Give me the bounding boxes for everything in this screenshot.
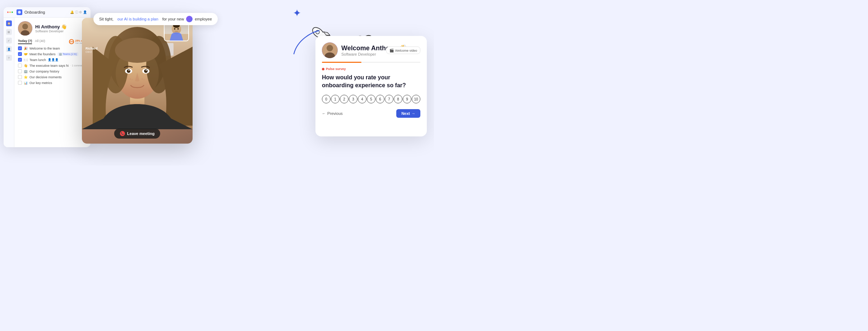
task-item: 👋 The executive team says hi · 1 comment [18,64,87,67]
pulse-label: Pulse survey [322,67,420,71]
task-text-2: Meet the founders [29,52,56,56]
welcome-header: Welcome Anthony 👋 Software Developer 🎬 W… [322,42,420,58]
phone-icon: 📞 [120,131,125,136]
svg-point-1 [315,30,320,35]
next-label: Next [401,111,410,116]
rating-7[interactable]: 7 [385,95,393,103]
tab-today[interactable]: Today (7) [18,39,32,44]
task-checkbox-5[interactable] [18,69,22,73]
ai-link[interactable]: our AI is building a plan [117,17,158,21]
wave-emoji: 👋 [61,24,67,29]
ai-suffix: for your new [162,17,184,21]
task-emoji-6: ⭐ [24,75,28,79]
pip-person-label: Richard CEO [86,47,98,53]
task-item: ✓ 🤝 Meet the founders 🏢 Teams (1 hr) [18,52,87,56]
rating-3[interactable]: 3 [349,95,357,103]
task-emoji-7: 📊 [24,81,28,85]
profile-info: Hi Anthony 👋 Software Developer [35,24,67,33]
svg-point-32 [174,28,175,30]
left-onboarding-panel: Onboarding 🔔 ⓘ ⚙ 👤 🏠 ⊞ ✓ 👤 ? [4,7,91,147]
welcome-survey-panel: Welcome Anthony 👋 Software Developer 🎬 W… [315,36,427,136]
task-item: 🏢 Our company history [18,69,87,73]
task-text-1: Welcome to the team [29,47,60,50]
video-background: Richard CEO 📞 Leave meeting [82,18,193,144]
video-icon: 🎬 [389,48,394,52]
svg-point-3 [18,11,21,14]
task-emoji-2: 🤝 [24,52,28,56]
topbar: Onboarding 🔔 ⓘ ⚙ 👤 [4,7,91,18]
prev-label: Previous [327,111,343,116]
minimize-dot [9,11,11,13]
svg-point-16 [115,38,160,63]
svg-point-21 [144,69,148,73]
leave-btn-label: Leave meeting [127,131,154,136]
welcome-avatar [322,42,338,58]
next-button[interactable]: Next → [396,109,420,118]
rating-1[interactable]: 1 [331,95,340,103]
svg-point-19 [129,70,130,71]
window-controls [7,11,13,13]
welcome-video-label: Welcome video [395,48,417,52]
welcome-video-button[interactable]: 🎬 Welcome video [386,47,420,54]
rating-0[interactable]: 0 [322,95,331,103]
task-checkbox-2[interactable]: ✓ [18,52,22,56]
app-title: Onboarding [24,10,45,14]
task-item: ✓ 🍽️ Team lunch 👤👤👤 [18,58,87,62]
sparkle-top-icon: ✦ [293,7,301,19]
next-arrow: → [411,111,415,116]
progress-circle-icon: 25% [69,39,74,44]
svg-point-5 [22,24,28,29]
task-checkbox-6[interactable] [18,75,22,79]
task-item: ⭐ Our decisive moments [18,75,87,79]
tab-all[interactable]: All (40) [35,39,45,44]
left-sidebar: 🏠 ⊞ ✓ 👤 ? [4,18,14,147]
topbar-icons: 🔔 ⓘ ⚙ 👤 [70,10,87,15]
task-item: ✓ 🎉 Welcome to the team [18,46,87,50]
svg-point-35 [327,45,333,51]
ai-prefix: Sit tight, [99,17,114,21]
svg-point-26 [144,79,144,80]
sidebar-person-icon[interactable]: 👤 [6,46,12,52]
rating-5[interactable]: 5 [367,95,375,103]
leave-meeting-button[interactable]: 📞 Leave meeting [114,129,160,139]
survey-footer: ← Previous Next → [322,109,420,118]
video-call-panel: Richard CEO 📞 Leave meeting [82,18,193,144]
rating-9[interactable]: 9 [403,95,411,103]
svg-point-22 [146,70,147,71]
task-checkbox-7[interactable] [18,81,22,85]
scene: ✦ ✦ ✦ [0,0,434,166]
task-checkbox-1[interactable]: ✓ [18,46,22,50]
task-avatars-3: 👤👤👤 [48,58,59,61]
svg-point-18 [127,69,130,73]
sidebar-home-icon[interactable]: 🏠 [6,20,12,26]
rating-4[interactable]: 4 [358,95,366,103]
task-text-6: Our decisive moments [29,75,62,79]
rating-row: 0 1 2 3 4 5 6 7 8 9 10 [322,95,420,103]
sidebar-check-icon[interactable]: ✓ [6,38,12,43]
user-greeting: Hi Anthony 👋 [35,24,67,29]
task-emoji-5: 🏢 [24,70,28,73]
task-text-7: Our key metrics [29,81,52,85]
task-checkbox-4[interactable] [18,64,22,67]
tab-group: Today (7) All (40) [18,39,45,44]
task-list: ✓ 🎉 Welcome to the team ✓ 🤝 Meet the fou… [18,46,87,85]
survey-question: How would you rate your onboarding exper… [322,74,420,89]
task-emoji-1: 🎉 [24,47,28,50]
sidebar-question-icon[interactable]: ? [6,55,12,61]
task-emoji-3: 🍽️ [24,58,28,62]
rating-8[interactable]: 8 [394,95,402,103]
ai-employee-label: employee [195,17,212,21]
rating-6[interactable]: 6 [376,95,384,103]
sidebar-grid-icon[interactable]: ⊞ [6,29,12,35]
task-checkbox-3[interactable]: ✓ [18,58,22,62]
pulse-dot-icon [322,68,324,70]
app-logo [17,9,22,15]
rating-10[interactable]: 10 [412,95,420,103]
close-dot [7,11,9,13]
previous-button[interactable]: ← Previous [322,111,343,116]
panel-body: 🏠 ⊞ ✓ 👤 ? H [4,18,91,147]
pip-role: CEO [86,50,92,53]
progress-bar-fill [322,62,361,63]
rating-2[interactable]: 2 [340,95,348,103]
svg-point-24 [132,79,133,80]
